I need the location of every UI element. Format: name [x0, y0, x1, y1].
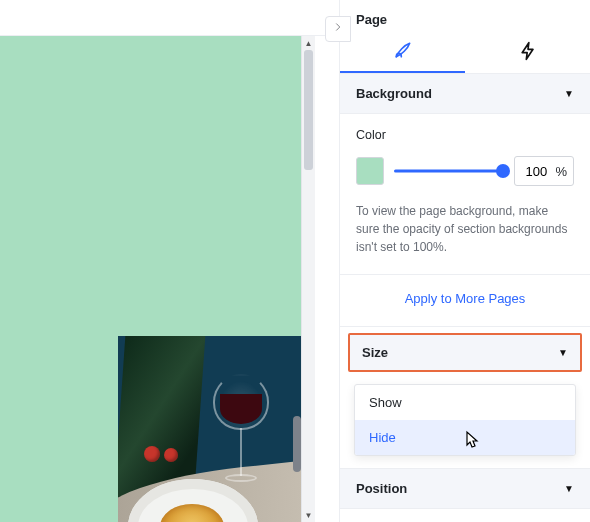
panel-tabs — [340, 31, 590, 74]
apply-row: Apply to More Pages — [340, 275, 590, 327]
scroll-down-arrow-icon[interactable]: ▼ — [302, 508, 315, 522]
size-dropdown: Show Hide — [354, 384, 576, 456]
section-background-title: Background — [356, 86, 432, 101]
size-option-hide[interactable]: Hide — [355, 420, 575, 455]
collapse-panel-button[interactable] — [325, 16, 351, 42]
canvas-body[interactable]: ▲ ▼ — [0, 36, 339, 522]
slider-knob[interactable] — [496, 164, 510, 178]
caret-down-icon: ▼ — [564, 483, 574, 494]
opacity-input[interactable] — [521, 164, 551, 179]
section-size-title: Size — [362, 345, 388, 360]
opacity-input-box[interactable]: % — [514, 156, 574, 186]
background-hint: To view the page background, make sure t… — [356, 202, 574, 256]
canvas-scrollbar[interactable]: ▲ ▼ — [301, 36, 315, 522]
color-label: Color — [356, 128, 574, 142]
color-swatch[interactable] — [356, 157, 384, 185]
scrollbar-thumb[interactable] — [304, 50, 313, 170]
caret-down-icon: ▼ — [558, 347, 568, 358]
tab-design[interactable] — [340, 31, 465, 73]
inspector-panel: Page Background ▼ Color — [340, 0, 590, 522]
inner-scrollbar-thumb[interactable] — [293, 416, 301, 472]
section-size-header[interactable]: Size ▼ — [348, 333, 582, 372]
brush-icon — [393, 40, 413, 63]
apply-to-more-pages-link[interactable]: Apply to More Pages — [405, 291, 526, 306]
scroll-up-arrow-icon[interactable]: ▲ — [302, 36, 315, 50]
tab-interactions[interactable] — [465, 31, 590, 73]
chevron-right-icon — [331, 20, 345, 38]
lightning-icon — [518, 41, 538, 64]
section-image[interactable] — [118, 336, 302, 522]
caret-down-icon: ▼ — [564, 88, 574, 99]
editor-canvas: ▲ ▼ — [0, 0, 340, 522]
section-position-header[interactable]: Position ▼ — [340, 468, 590, 509]
section-background-body: Color % To view the page background, mak… — [340, 114, 590, 275]
opacity-unit: % — [555, 164, 567, 179]
opacity-slider[interactable] — [394, 161, 504, 181]
canvas-top-bar — [0, 0, 339, 36]
size-option-show[interactable]: Show — [355, 385, 575, 420]
section-background-header[interactable]: Background ▼ — [340, 74, 590, 114]
panel-title: Page — [340, 0, 590, 31]
section-position-title: Position — [356, 481, 407, 496]
